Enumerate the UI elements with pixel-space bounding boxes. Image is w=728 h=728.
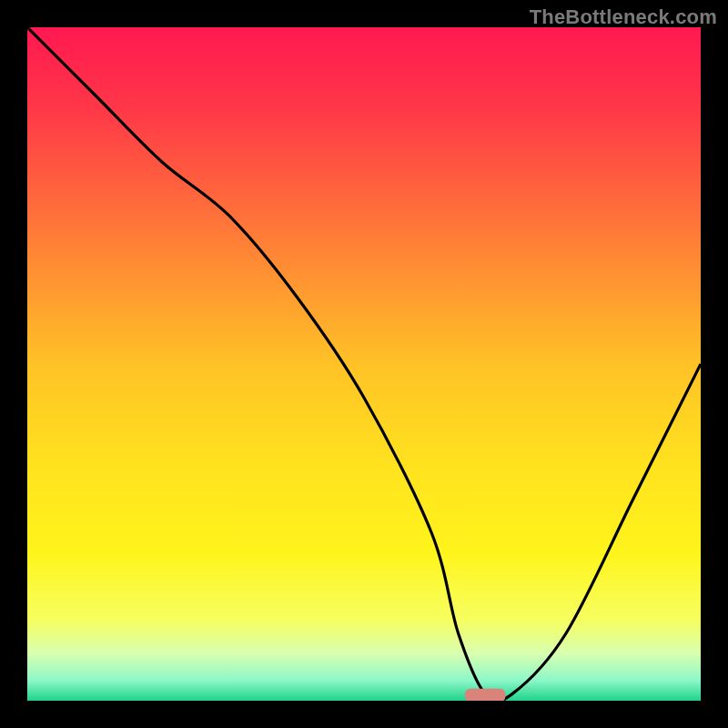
bottleneck-curve-chart: [27, 27, 701, 701]
minimum-marker: [465, 689, 505, 701]
watermark-text: TheBottleneck.com: [530, 5, 717, 29]
chart-frame: [27, 27, 701, 701]
